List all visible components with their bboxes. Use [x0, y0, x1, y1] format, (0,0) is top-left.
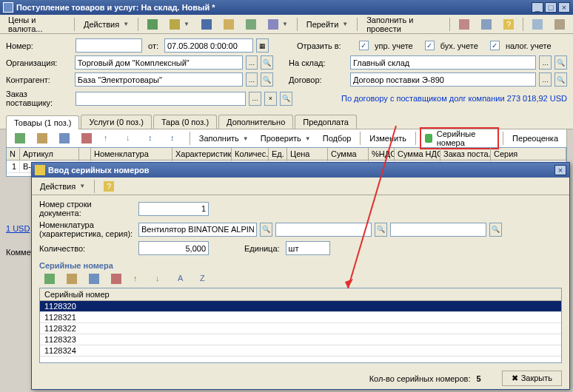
minimize-button[interactable]: _ [532, 2, 543, 13]
gh-qty[interactable]: Количес... [232, 148, 269, 160]
gh-ed[interactable]: Ед. [269, 148, 287, 160]
gh-n[interactable]: N [7, 148, 20, 160]
tool-post-icon[interactable] [241, 17, 261, 32]
tool-save-icon[interactable] [196, 17, 217, 32]
char-input[interactable] [275, 223, 372, 237]
sn-header[interactable]: Серийный номер [40, 288, 561, 301]
zakaz-search-icon[interactable]: 🔍 [280, 92, 292, 106]
dogovor-select-icon[interactable]: … [539, 72, 552, 87]
sn-up-icon[interactable]: ↑ [128, 271, 149, 286]
date-input[interactable] [164, 38, 253, 53]
close-button[interactable]: × [558, 2, 570, 13]
fill-button[interactable]: Заполнить▼ [194, 132, 254, 145]
tab-goods[interactable]: Товары (1 поз.) [6, 115, 79, 129]
tool-add-icon[interactable] [142, 17, 163, 32]
gh-sumnds[interactable]: Сумма НДС [395, 148, 440, 160]
tab-additional[interactable]: Дополнительно [218, 115, 293, 129]
line-input[interactable] [138, 202, 209, 216]
contr-search-icon[interactable]: 🔍 [261, 72, 273, 87]
maximize-button[interactable]: □ [545, 2, 557, 13]
tab-prepay[interactable]: Предоплата [295, 115, 357, 129]
actions-button[interactable]: Действия▼ [78, 18, 134, 31]
row-copy-icon[interactable] [32, 131, 53, 146]
sn-sort1-icon[interactable]: A [172, 271, 193, 286]
sn-down-icon[interactable]: ↓ [150, 271, 171, 286]
sn-delete-icon[interactable] [106, 271, 127, 286]
dialog-help-icon[interactable]: ? [98, 179, 119, 194]
tab-services[interactable]: Услуги (0 поз.) [81, 115, 151, 129]
sn-row[interactable]: 1128321 [40, 312, 561, 323]
row-edit-icon[interactable] [54, 131, 75, 146]
gh-ico[interactable] [79, 148, 91, 160]
sklad-input[interactable] [350, 55, 537, 70]
tool-list2-icon[interactable] [476, 17, 497, 32]
gh-zakaz[interactable]: Заказ поста... [440, 148, 491, 160]
org-input[interactable] [75, 55, 243, 70]
row-delete-icon[interactable] [76, 131, 97, 146]
zakaz-clear-icon[interactable]: × [264, 92, 277, 106]
sn-sort2-icon[interactable]: Z [195, 271, 215, 286]
sn-row[interactable]: 1128320 [40, 301, 561, 312]
tool-search-icon[interactable] [527, 17, 548, 32]
sn-row[interactable]: 1128322 [40, 323, 561, 334]
dialog-close-button[interactable]: ✖Закрыть [502, 371, 562, 386]
usd-link[interactable]: 1 USD [6, 224, 30, 233]
gh-seria[interactable]: Серия [491, 148, 566, 160]
tool-extra-icon[interactable] [549, 17, 570, 32]
gh-sum[interactable]: Сумма [328, 148, 369, 160]
chk-nalog[interactable]: ✓ [490, 41, 500, 50]
tab-tara[interactable]: Тара (0 поз.) [153, 115, 217, 129]
char-search-icon[interactable]: 🔍 [375, 223, 387, 237]
dialog-close-icon[interactable]: × [554, 165, 566, 175]
zakaz-input[interactable] [76, 92, 246, 106]
serials-button[interactable]: Серийные номера [420, 127, 499, 149]
sn-copy-icon[interactable] [61, 271, 82, 286]
check-button[interactable]: Проверить▼ [255, 132, 316, 145]
row-down-icon[interactable]: ↓ [121, 131, 141, 146]
tool-dropdown-icon[interactable]: ▼ [164, 17, 195, 32]
seria-input[interactable] [390, 223, 486, 237]
fill-post-button[interactable]: Заполнить и провести [361, 13, 446, 36]
sklad-select-icon[interactable]: … [539, 55, 552, 70]
gh-nds[interactable]: %НДС [369, 148, 395, 160]
gh-char[interactable]: Характеристика [172, 148, 232, 160]
dialog-actions-button[interactable]: Действия▼ [35, 180, 90, 193]
gh-price[interactable]: Цена [287, 148, 328, 160]
sn-edit-icon[interactable] [84, 271, 104, 286]
chk-upr[interactable]: ✓ [359, 41, 369, 50]
tool-refresh-icon[interactable]: ▼ [263, 17, 293, 32]
unit-input[interactable] [286, 241, 330, 255]
date-picker-icon[interactable]: ▦ [256, 38, 269, 53]
gh-art[interactable]: Артикул [20, 148, 79, 160]
org-search-icon[interactable]: 🔍 [261, 55, 273, 70]
row-add-icon[interactable] [10, 131, 30, 146]
selection-button[interactable]: Подбор [318, 132, 357, 145]
dogovor-input[interactable] [350, 72, 537, 87]
sn-row[interactable]: 1128324 [40, 345, 561, 356]
sn-row[interactable]: 1128323 [40, 334, 561, 345]
qty-input[interactable] [138, 241, 209, 255]
nom-search-icon[interactable]: 🔍 [260, 223, 272, 237]
org-select-icon[interactable]: … [246, 55, 258, 70]
number-input[interactable] [76, 38, 142, 53]
row-sort1-icon[interactable]: ↕ [143, 131, 164, 146]
prices-button[interactable]: Цены и валюта... [3, 13, 70, 36]
tool-list1-icon[interactable] [454, 17, 475, 32]
change-button[interactable]: Изменить [364, 132, 412, 145]
zakaz-select-icon[interactable]: … [249, 92, 261, 106]
dogovor-search-icon[interactable]: 🔍 [554, 72, 567, 87]
tool-help-icon[interactable]: ? [498, 17, 519, 32]
chk-buh[interactable]: ✓ [425, 41, 435, 50]
nom-input[interactable] [138, 223, 257, 237]
gh-nom[interactable]: Номенклатура [91, 148, 172, 160]
seria-search-icon[interactable]: 🔍 [489, 223, 502, 237]
tool-doc-icon[interactable] [218, 17, 239, 32]
contr-input[interactable] [75, 72, 243, 87]
goto-button[interactable]: Перейти▼ [301, 18, 354, 31]
row-up-icon[interactable]: ↑ [98, 131, 119, 146]
contr-select-icon[interactable]: … [246, 72, 258, 87]
reval-button[interactable]: Переоценка [507, 132, 563, 145]
sklad-search-icon[interactable]: 🔍 [554, 55, 567, 70]
sn-add-icon[interactable] [39, 271, 60, 286]
row-sort2-icon[interactable]: ↕ [165, 131, 186, 146]
